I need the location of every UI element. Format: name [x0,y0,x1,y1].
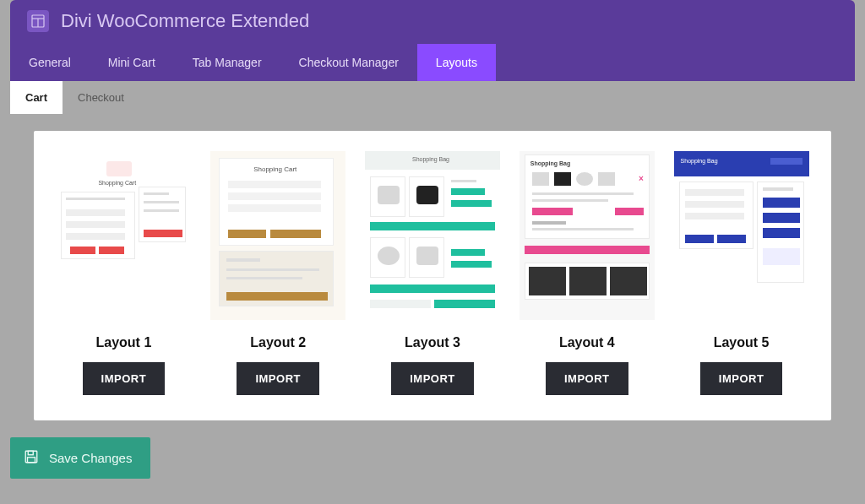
layout-title: Layout 2 [205,335,351,350]
layout-thumb: Shopping Bag × [520,151,655,320]
app-icon [27,10,49,32]
layout-col: Shopping Cart [51,151,197,395]
import-button[interactable]: IMPORT [546,362,628,395]
subtab-cart[interactable]: Cart [10,81,63,114]
header: Divi WooCommerce Extended General Mini C… [10,0,855,81]
page-title-row: Divi WooCommerce Extended [10,7,855,44]
layouts-grid: Shopping Cart [51,151,814,395]
layout-title: Layout 5 [668,335,814,350]
import-button[interactable]: IMPORT [700,362,783,395]
tab-checkout-manager[interactable]: Checkout Manager [280,44,417,81]
layout-col: Shopping Bag [360,151,506,395]
tab-layouts[interactable]: Layouts [417,44,496,81]
layout-title: Layout 1 [51,335,197,350]
import-button[interactable]: IMPORT [237,362,319,395]
tab-tab-manager[interactable]: Tab Manager [174,44,280,81]
layouts-card: Shopping Cart [34,131,831,420]
panel: Shopping Cart [10,114,855,436]
top-tabs: General Mini Cart Tab Manager Checkout M… [10,44,855,81]
layout-col: Shopping Bag [668,151,814,395]
save-label: Save Changes [49,451,132,465]
layout-thumb: Shopping Cart [56,151,191,320]
footer: Save Changes [10,436,855,479]
svg-rect-4 [28,451,33,455]
tab-general[interactable]: General [10,44,90,81]
subtab-checkout[interactable]: Checkout [63,81,139,114]
svg-rect-5 [28,458,35,463]
layout-col: Shopping Bag × [514,151,660,395]
sub-tabs: Cart Checkout [10,81,855,114]
layout-title: Layout 3 [360,335,506,350]
save-icon [24,449,39,467]
tab-mini-cart[interactable]: Mini Cart [90,44,174,81]
import-button[interactable]: IMPORT [83,362,166,395]
save-changes-button[interactable]: Save Changes [10,437,150,479]
layout-col: Shopping Cart Layout 2 IM [205,151,351,395]
layout-thumb: Shopping Cart [210,151,345,320]
layout-thumb: Shopping Bag [365,151,500,320]
page-title: Divi WooCommerce Extended [61,10,309,32]
layout-title: Layout 4 [514,335,660,350]
import-button[interactable]: IMPORT [391,362,474,395]
layout-thumb: Shopping Bag [674,151,809,320]
